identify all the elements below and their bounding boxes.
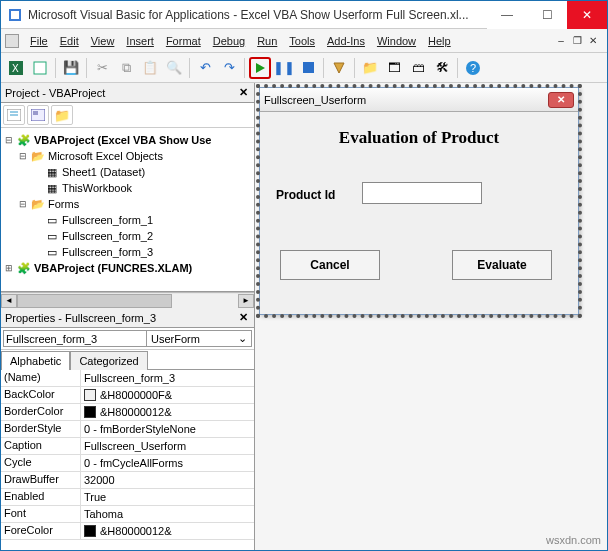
object-browser-icon[interactable]: 🗃 [407,57,429,79]
property-value[interactable]: 0 - fmBorderStyleNone [81,421,254,437]
property-row[interactable]: Cycle0 - fmCycleAllForms [1,455,254,472]
scroll-left-icon[interactable]: ◄ [1,294,17,308]
project-tree[interactable]: ⊟🧩VBAProject (Excel VBA Show Use ⊟📂Micro… [1,128,254,292]
properties-window-icon[interactable]: 🗔 [383,57,405,79]
property-value[interactable]: Fullscreen_Userform [81,438,254,454]
view-object-icon[interactable] [27,105,49,125]
property-value[interactable]: 0 - fmCycleAllForms [81,455,254,471]
svg-rect-1 [11,11,19,19]
property-name: BorderColor [1,404,81,420]
properties-pane-close-icon[interactable]: ✕ [236,311,250,324]
property-row[interactable]: DrawBuffer32000 [1,472,254,489]
maximize-button[interactable]: ☐ [527,1,567,29]
reset-icon[interactable] [297,57,319,79]
tab-alphabetic[interactable]: Alphabetic [1,351,70,370]
userform-body[interactable]: Evaluation of Product Product Id Cancel … [260,112,578,314]
scroll-thumb[interactable] [17,294,172,308]
object-type-dropdown[interactable]: UserForm⌄ [147,330,252,347]
design-mode-icon[interactable] [328,57,350,79]
menu-window[interactable]: Window [371,32,422,50]
tree-project-funcres[interactable]: ⊞🧩VBAProject (FUNCRES.XLAM) [3,260,252,276]
property-value[interactable]: True [81,489,254,505]
toolbox-icon[interactable]: 🛠 [431,57,453,79]
properties-pane-header[interactable]: Properties - Fullscreen_form_3 ✕ [1,308,254,328]
minimize-button[interactable]: — [487,1,527,29]
toggle-folders-icon[interactable]: 📁 [51,105,73,125]
property-value[interactable]: 32000 [81,472,254,488]
property-value[interactable]: &H80000012& [81,404,254,420]
project-explorer-icon[interactable]: 📁 [359,57,381,79]
expand-icon[interactable]: ⊞ [3,263,14,273]
property-row[interactable]: BorderColor&H80000012& [1,404,254,421]
mdi-min-button[interactable]: – [554,35,568,47]
cut-icon[interactable]: ✂ [91,57,113,79]
collapse-icon[interactable]: ⊟ [17,199,28,209]
tab-categorized[interactable]: Categorized [70,351,147,370]
userform-close-icon[interactable]: ✕ [548,92,574,108]
property-value[interactable]: Fullscreen_form_3 [81,370,254,386]
menu-run[interactable]: Run [251,32,283,50]
tree-item-sheet1[interactable]: ▦Sheet1 (Dataset) [3,164,252,180]
property-row[interactable]: CaptionFullscreen_Userform [1,438,254,455]
menu-help[interactable]: Help [422,32,457,50]
property-row[interactable]: BackColor&H8000000F& [1,387,254,404]
run-button[interactable] [249,57,271,79]
object-name-input[interactable] [3,330,147,347]
userform-titlebar[interactable]: Fullscreen_Userform ✕ [260,88,578,112]
property-value[interactable]: &H80000012& [81,523,254,539]
tree-project-root[interactable]: ⊟🧩VBAProject (Excel VBA Show Use [3,132,252,148]
property-value[interactable]: &H8000000F& [81,387,254,403]
properties-grid[interactable]: (Name)Fullscreen_form_3BackColor&H800000… [1,370,254,550]
menu-edit[interactable]: Edit [54,32,85,50]
menu-view[interactable]: View [85,32,121,50]
tree-item-thisworkbook[interactable]: ▦ThisWorkbook [3,180,252,196]
property-name: ForeColor [1,523,81,539]
view-code-icon[interactable] [3,105,25,125]
tree-item-form1[interactable]: ▭Fullscreen_form_1 [3,212,252,228]
scroll-track[interactable] [17,294,238,308]
property-value[interactable]: Tahoma [81,506,254,522]
form-designer[interactable]: Fullscreen_Userform ✕ Evaluation of Prod… [255,83,607,550]
object-selector[interactable]: UserForm⌄ [1,328,254,350]
tree-item-form3[interactable]: ▭Fullscreen_form_3 [3,244,252,260]
menu-insert[interactable]: Insert [120,32,160,50]
property-row[interactable]: (Name)Fullscreen_form_3 [1,370,254,387]
menu-addins[interactable]: Add-Ins [321,32,371,50]
redo-icon[interactable]: ↷ [218,57,240,79]
userform[interactable]: Fullscreen_Userform ✕ Evaluation of Prod… [259,87,579,315]
property-row[interactable]: ForeColor&H80000012& [1,523,254,540]
help-icon[interactable]: ? [462,57,484,79]
copy-icon[interactable]: ⧉ [115,57,137,79]
project-pane-header[interactable]: Project - VBAProject ✕ [1,83,254,103]
property-row[interactable]: BorderStyle0 - fmBorderStyleNone [1,421,254,438]
cancel-button[interactable]: Cancel [280,250,380,280]
mdi-restore-button[interactable]: ❐ [570,35,584,47]
menu-file[interactable]: File [24,32,54,50]
mdi-control-icon[interactable] [5,34,19,48]
collapse-icon[interactable]: ⊟ [17,151,28,161]
property-row[interactable]: EnabledTrue [1,489,254,506]
paste-icon[interactable]: 📋 [139,57,161,79]
view-excel-icon[interactable]: X [5,57,27,79]
tree-folder-excel-objects[interactable]: ⊟📂Microsoft Excel Objects [3,148,252,164]
scroll-right-icon[interactable]: ► [238,294,254,308]
tree-item-form2[interactable]: ▭Fullscreen_form_2 [3,228,252,244]
menu-debug[interactable]: Debug [207,32,251,50]
break-icon[interactable]: ❚❚ [273,57,295,79]
close-button[interactable]: ✕ [567,1,607,29]
titlebar[interactable]: Microsoft Visual Basic for Applications … [1,1,607,29]
project-pane-close-icon[interactable]: ✕ [236,86,250,99]
project-hscrollbar[interactable]: ◄ ► [1,292,254,308]
collapse-icon[interactable]: ⊟ [3,135,14,145]
undo-icon[interactable]: ↶ [194,57,216,79]
menu-tools[interactable]: Tools [283,32,321,50]
evaluate-button[interactable]: Evaluate [452,250,552,280]
find-icon[interactable]: 🔍 [163,57,185,79]
mdi-close-button[interactable]: ✕ [586,35,600,47]
save-icon[interactable]: 💾 [60,57,82,79]
product-id-input[interactable] [362,182,482,204]
property-row[interactable]: FontTahoma [1,506,254,523]
menu-format[interactable]: Format [160,32,207,50]
tree-folder-forms[interactable]: ⊟📂Forms [3,196,252,212]
insert-module-icon[interactable] [29,57,51,79]
